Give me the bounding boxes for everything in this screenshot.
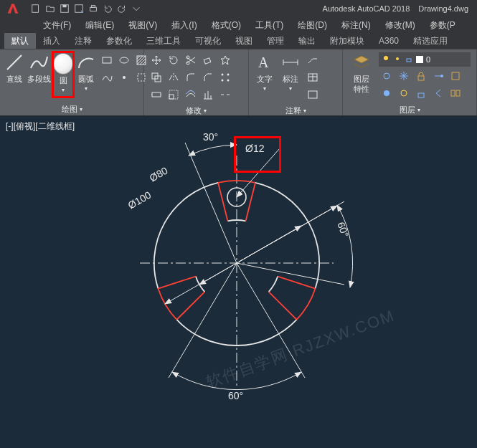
ellipse-icon[interactable] (116, 52, 132, 68)
layer-walk-icon[interactable] (448, 85, 463, 101)
tab-insert[interactable]: 插入 (36, 33, 67, 49)
chamfer-icon[interactable] (200, 70, 216, 85)
panel-annotation: A 文字▾ 标注▾ 注释▾ (249, 49, 343, 115)
tab-manage[interactable]: 管理 (260, 33, 291, 49)
menu-view[interactable]: 视图(V) (121, 19, 164, 32)
polyline-button[interactable]: 多段线 (27, 52, 50, 94)
scale-icon[interactable] (166, 87, 181, 103)
save-icon[interactable] (59, 3, 70, 14)
tab-parametric[interactable]: 参数化 (99, 33, 139, 49)
menu-modify[interactable]: 修改(M) (378, 19, 422, 32)
dim-d12: Ø12 (245, 143, 265, 154)
circle-button[interactable]: 圆▾ (53, 52, 73, 97)
drawing-canvas: 30° Ø12 Ø80 Ø100 60° 60° (0, 116, 477, 448)
layer-freeze-icon[interactable] (396, 68, 412, 84)
modify-buttons (148, 52, 233, 103)
layer-lock-icon[interactable] (413, 68, 429, 84)
dimension-button[interactable]: 标注▾ (279, 52, 302, 94)
text-button[interactable]: A 文字▾ (253, 52, 276, 94)
svg-point-30 (384, 73, 389, 79)
menu-bar: 文件(F) 编辑(E) 视图(V) 插入(I) 格式(O) 工具(T) 绘图(D… (0, 17, 477, 33)
layer-prev-icon[interactable] (430, 85, 446, 101)
mtext-icon[interactable] (305, 87, 321, 103)
menu-dimension[interactable]: 标注(N) (334, 19, 378, 32)
mirror-icon[interactable] (166, 70, 181, 85)
break-icon[interactable] (217, 87, 233, 103)
tab-visualize[interactable]: 可视化 (188, 33, 228, 49)
menu-format[interactable]: 格式(O) (204, 19, 248, 32)
sun-icon (393, 53, 402, 66)
panel-draw-title[interactable]: 绘图▾ (0, 103, 143, 115)
move-icon[interactable] (148, 52, 164, 68)
trim-icon[interactable] (183, 52, 199, 68)
svg-rect-37 (451, 90, 455, 96)
app-logo[interactable] (0, 0, 26, 17)
layer-off-icon[interactable] (379, 68, 395, 84)
svg-rect-14 (204, 58, 211, 64)
circle-icon (53, 54, 73, 74)
layer-on-icon[interactable] (379, 85, 395, 101)
dim-angle-60-right: 60° (335, 221, 351, 239)
svg-rect-36 (418, 93, 424, 97)
tab-annotate[interactable]: 注释 (67, 33, 99, 49)
tab-a360[interactable]: A360 (372, 33, 406, 49)
redo-icon[interactable] (116, 3, 128, 14)
layer-thaw-icon[interactable] (396, 85, 412, 101)
saveas-icon[interactable] (73, 3, 85, 14)
quick-access-toolbar (26, 3, 146, 14)
layer-unlock-icon[interactable] (413, 85, 429, 101)
document-name: Drawing4.dwg (418, 4, 468, 13)
menu-edit[interactable]: 编辑(E) (78, 19, 121, 32)
erase-icon[interactable] (200, 52, 216, 68)
offset-icon[interactable] (183, 87, 199, 103)
explode-icon[interactable] (217, 52, 233, 68)
svg-point-10 (123, 76, 126, 79)
menu-params[interactable]: 参数(P (422, 19, 463, 32)
leader-icon[interactable] (305, 52, 321, 68)
ribbon-tabs: 默认 插入 注释 参数化 三维工具 可视化 视图 管理 输出 附加模块 A360… (0, 33, 477, 49)
arc-icon (76, 52, 96, 72)
new-icon[interactable] (30, 3, 42, 14)
layer-iso-icon[interactable] (448, 68, 463, 84)
array-icon[interactable] (217, 70, 233, 85)
tab-addins[interactable]: 附加模块 (323, 33, 372, 49)
stretch-icon[interactable] (148, 87, 164, 103)
tab-featured[interactable]: 精选应用 (406, 33, 455, 49)
qat-dropdown-icon[interactable] (131, 3, 142, 14)
undo-icon[interactable] (102, 3, 113, 14)
tab-view[interactable]: 视图 (228, 33, 260, 49)
rotate-icon[interactable] (166, 52, 181, 68)
layer-selector[interactable]: 0 (379, 52, 471, 67)
panel-annotation-title[interactable]: 注释▾ (249, 105, 342, 116)
svg-point-32 (440, 75, 443, 77)
menu-tools[interactable]: 工具(T) (248, 19, 291, 32)
svg-point-35 (401, 90, 407, 96)
app-title: Autodesk AutoCAD 2018 (323, 4, 410, 13)
menu-insert[interactable]: 插入(I) (164, 19, 204, 32)
tab-default[interactable]: 默认 (4, 33, 36, 49)
plot-icon[interactable] (88, 3, 99, 14)
rectangle-icon[interactable] (99, 52, 115, 68)
svg-rect-29 (407, 59, 411, 62)
point-icon[interactable] (116, 70, 132, 85)
layers-icon (351, 52, 372, 72)
drawing-viewport[interactable]: [-][俯视][二维线框] 软件自学网 RJZXW.COM (0, 116, 477, 448)
tab-output[interactable]: 输出 (291, 33, 323, 49)
spline-icon[interactable] (99, 70, 115, 85)
layer-match-icon[interactable] (430, 68, 446, 84)
copy-icon[interactable] (148, 70, 164, 85)
tab-3dtools[interactable]: 三维工具 (139, 33, 188, 49)
table-icon[interactable] (305, 70, 321, 85)
current-layer-name: 0 (426, 55, 430, 64)
open-icon[interactable] (44, 3, 56, 14)
arc-button[interactable]: 圆弧▾ (76, 52, 96, 94)
fillet-icon[interactable] (183, 70, 199, 85)
menu-draw[interactable]: 绘图(D) (291, 19, 334, 32)
menu-file[interactable]: 文件(F) (36, 19, 78, 32)
line-button[interactable]: 直线 (4, 52, 24, 94)
layer-properties-button[interactable]: 图层 特性 (347, 52, 376, 94)
align-icon[interactable] (200, 87, 216, 103)
svg-rect-38 (456, 90, 460, 96)
panel-layers-title[interactable]: 图层▾ (343, 104, 476, 115)
panel-modify-title[interactable]: 修改▾ (144, 105, 248, 116)
